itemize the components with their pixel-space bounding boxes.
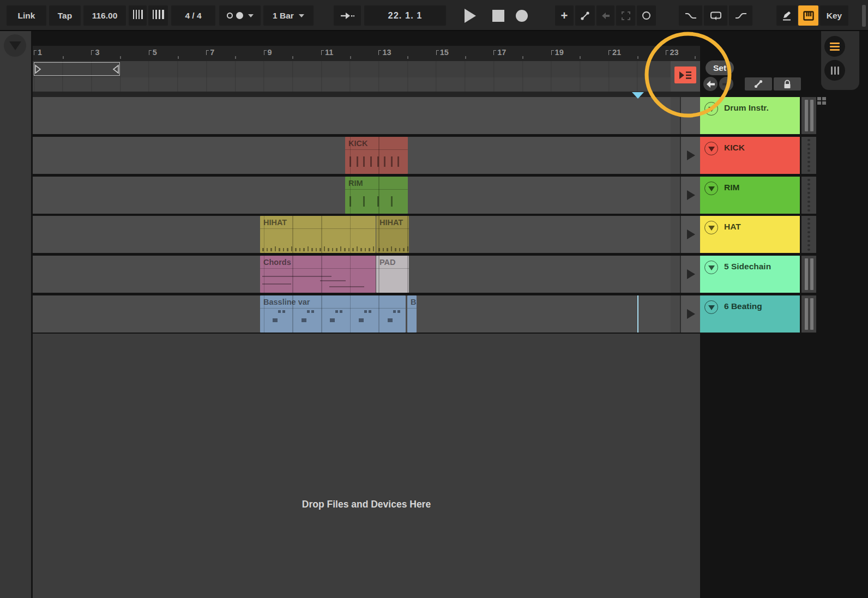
selection-brackets-button[interactable] [616,5,635,26]
track-fold-icon[interactable] [704,102,718,116]
beat-time-ruler[interactable] [33,46,700,61]
scrub-area[interactable] [33,61,671,77]
track-header-drum-instr-[interactable]: Drum Instr. [700,97,800,134]
track-fold-icon[interactable] [704,300,718,314]
clip-hihat[interactable]: HIHAT [376,216,409,253]
group-meter-icon [817,97,827,105]
clip-pad[interactable]: PAD [376,256,409,293]
stop-button[interactable] [492,5,504,26]
track-header-hat[interactable]: HAT [700,216,800,253]
clip-kick[interactable]: KICK [345,137,408,174]
tempo-field[interactable]: 116.00 [83,5,126,26]
midi-note [391,156,393,167]
clip-chords[interactable]: Chords [260,256,376,293]
lock-button[interactable] [774,77,801,90]
clip-b[interactable]: B [407,295,417,333]
track-fold-icon[interactable] [704,142,718,155]
nudge-down-button[interactable] [129,5,147,26]
toolbar-scrollbar[interactable] [862,5,866,27]
loop-switch-button[interactable] [704,5,727,26]
arrangement-position-field[interactable]: 22. 1. 1 [364,5,446,26]
midi-note [397,310,400,313]
midi-note [262,283,291,285]
marker-lane[interactable] [33,77,671,92]
nudge-up-button[interactable] [148,5,168,26]
metronome-icon-filled [236,12,243,19]
track-meter [801,216,816,253]
nudge-up-icon [152,10,165,21]
follow-button[interactable] [334,5,361,26]
track-fold-icon[interactable] [704,261,718,274]
record-icon [516,10,528,22]
midi-note [395,248,396,251]
play-column-divider [671,256,681,293]
meter-bar-right [810,100,813,131]
play-button[interactable] [465,5,476,26]
metronome-button[interactable] [219,5,261,26]
computer-midi-keyboard-button[interactable] [798,5,818,26]
quantize-menu[interactable]: 1 Bar [263,5,314,26]
loop-brace[interactable] [34,62,120,76]
fade-in-icon [735,12,747,20]
link-button[interactable]: Link [7,5,46,26]
track-play-icon[interactable] [687,150,695,160]
drop-zone[interactable] [33,334,671,598]
time-signature-field[interactable]: 4 / 4 [171,5,215,26]
clip-bar-line [292,295,293,333]
clip-rim[interactable]: RIM [345,177,408,214]
clip-bar-line [321,216,322,253]
circle-icon [642,11,651,20]
mixer-panel-button[interactable] [824,60,845,81]
set-locator-button[interactable]: Set [706,61,734,75]
track-play-icon[interactable] [687,229,695,239]
clip-bar-line [350,216,351,253]
left-edge-strip [0,31,31,598]
insert-marker-icon[interactable] [632,92,644,99]
back-to-arrangement-button[interactable] [674,67,696,83]
link-markers-button[interactable] [745,77,772,90]
tap-tempo-button[interactable]: Tap [49,5,81,26]
fade-in-button[interactable] [729,5,752,26]
track-play-icon[interactable] [687,269,695,279]
midi-note [278,310,281,313]
clip-title: Chords [260,256,376,269]
left-arrow-icon [707,81,715,88]
track-play-column [671,137,700,174]
drop-zone-right [671,334,700,598]
track-play-icon[interactable] [687,190,695,200]
clip-bassline-var[interactable]: Bassline var [260,295,406,333]
track-header-kick[interactable]: KICK [700,137,800,174]
add-track-button[interactable]: + [555,5,574,26]
fold-tracks-button[interactable] [4,34,26,57]
clip-bar-line [378,137,379,174]
track-header-rim[interactable]: RIM [700,177,800,214]
track-header-6-beating[interactable]: 6 Beating [700,295,800,333]
track-header-5-sidechain[interactable]: 5 Sidechain [700,256,800,293]
previous-locator-button[interactable] [703,77,718,91]
stop-icon [492,10,504,22]
track-name: 6 Beating [724,301,762,311]
meter-bar-right [810,298,813,330]
midi-note [399,248,401,251]
automation-arm-button[interactable] [575,5,595,26]
play-column-divider [671,137,681,174]
clip-bar-line [264,256,265,293]
re-enable-automation-button[interactable] [637,5,656,26]
previous-automation-button[interactable] [596,5,614,26]
draw-mode-button[interactable] [776,5,797,26]
clip-hihat[interactable]: HIHAT [260,216,376,253]
track-play-icon[interactable] [687,309,695,319]
fade-out-button[interactable] [679,5,702,26]
track-meter [801,177,816,214]
record-button[interactable] [516,5,528,26]
main-menu-button[interactable] [824,36,845,57]
meter-bar-left [805,100,808,131]
track-fold-icon[interactable] [704,182,718,195]
link-icon [754,79,763,89]
midi-note [357,156,358,167]
next-locator-button[interactable] [719,77,733,91]
track-fold-icon[interactable] [704,221,718,234]
key-map-button[interactable]: Key [820,5,848,26]
clip-bar-line [321,295,322,333]
track-lane-1[interactable] [33,97,671,134]
